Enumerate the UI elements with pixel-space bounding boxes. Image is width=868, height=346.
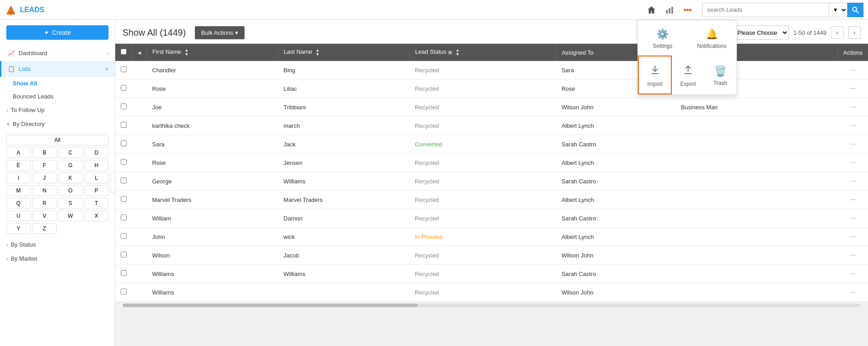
alpha-all-button[interactable]: All	[6, 135, 108, 145]
sidebar-item-lists[interactable]: 📋 Lists ∨	[0, 61, 115, 77]
row-checkbox-cell[interactable]	[115, 79, 132, 98]
row-checkbox-cell[interactable]	[115, 61, 132, 79]
alpha-h-button[interactable]: H	[85, 160, 109, 171]
import-popup-item[interactable]: Import	[638, 56, 672, 94]
sidebar-to-follow-up[interactable]: › To Follow Up	[0, 103, 115, 117]
create-button[interactable]: ✦ Create	[6, 25, 108, 40]
alpha-o-button[interactable]: O	[58, 185, 83, 196]
row-checkbox-cell[interactable]	[115, 172, 132, 191]
row-checkbox-cell[interactable]	[115, 246, 132, 265]
row-checkbox[interactable]	[121, 252, 127, 257]
sidebar-list-bounced-leads[interactable]: Bounced Leads	[0, 90, 115, 103]
alpha-x-button[interactable]: X	[85, 210, 109, 221]
sidebar-item-dashboard[interactable]: 📈 Dashboard ›	[0, 45, 115, 61]
alpha-m-button[interactable]: M	[6, 185, 31, 196]
row-checkbox[interactable]	[121, 196, 127, 202]
row-checkbox-cell[interactable]	[115, 265, 132, 283]
search-dropdown[interactable]: ▼	[829, 3, 847, 17]
alpha-v-button[interactable]: V	[33, 210, 57, 221]
alpha-n-button[interactable]: N	[33, 185, 57, 196]
trash-popup-item[interactable]: 🗑️ Trash	[704, 56, 736, 94]
row-checkbox-cell[interactable]	[115, 98, 132, 117]
alpha-r-button[interactable]: R	[33, 198, 57, 209]
row-checkbox-cell[interactable]	[115, 135, 132, 154]
row-checkbox-cell[interactable]	[115, 117, 132, 135]
row-checkbox-cell[interactable]	[115, 209, 132, 228]
row-actions-button[interactable]: ···	[847, 287, 859, 297]
row-checkbox-cell[interactable]	[115, 228, 132, 246]
row-actions-button[interactable]: ···	[847, 195, 859, 205]
choose-dropdown[interactable]: Please Choose	[731, 25, 789, 40]
title-text: Show All	[123, 28, 157, 37]
alpha-z-button[interactable]: Z	[33, 223, 57, 234]
row-last-name: Williams	[278, 172, 410, 191]
sidebar-by-market[interactable]: › By Market	[0, 252, 115, 266]
alpha-g-button[interactable]: G	[58, 160, 83, 171]
alpha-f-button[interactable]: F	[33, 160, 57, 171]
alpha-k-button[interactable]: K	[58, 173, 83, 183]
alpha-l-button[interactable]: L	[85, 173, 109, 183]
alpha-q-button[interactable]: Q	[6, 198, 31, 209]
home-icon-button[interactable]	[643, 2, 660, 18]
settings-popup-item[interactable]: ⚙️ Settings	[638, 20, 687, 56]
alpha-i-button[interactable]: I	[6, 173, 31, 183]
row-actions-button[interactable]: ···	[847, 102, 859, 112]
row-checkbox[interactable]	[121, 66, 127, 72]
sidebar-by-status[interactable]: › By Status	[0, 238, 115, 252]
bulk-actions-button[interactable]: Bulk Actions ▾	[195, 26, 245, 39]
row-actions-button[interactable]: ···	[847, 176, 859, 186]
row-actions-button[interactable]: ···	[847, 84, 859, 94]
more-icon-button[interactable]	[679, 2, 696, 18]
row-checkbox[interactable]	[121, 159, 127, 165]
alpha-j-button[interactable]: J	[33, 173, 57, 183]
export-popup-item[interactable]: Export	[672, 56, 704, 94]
alpha-a-button[interactable]: A	[6, 147, 31, 158]
row-checkbox-cell[interactable]	[115, 191, 132, 209]
row-checkbox[interactable]	[121, 140, 127, 146]
alpha-p-button[interactable]: P	[85, 185, 109, 196]
sidebar-list-show-all[interactable]: Show All	[0, 77, 115, 90]
row-checkbox-cell[interactable]	[115, 283, 132, 302]
row-checkbox[interactable]	[121, 178, 127, 183]
row-actions-button[interactable]: ···	[847, 232, 859, 242]
notifications-popup-item[interactable]: 🔔 Notifications	[687, 20, 736, 56]
row-checkbox[interactable]	[121, 289, 127, 295]
select-all-checkbox[interactable]	[121, 49, 127, 55]
alpha-w-button[interactable]: W	[58, 210, 83, 221]
alpha-s-button[interactable]: S	[58, 198, 83, 209]
sidebar-by-directory[interactable]: ∨ By Directory	[0, 117, 115, 131]
row-index-cell	[132, 246, 147, 265]
alpha-e-button[interactable]: E	[6, 160, 31, 171]
row-checkbox[interactable]	[121, 233, 127, 239]
row-actions-button[interactable]: ···	[847, 269, 859, 279]
row-checkbox[interactable]	[121, 215, 127, 220]
alpha-d-button[interactable]: D	[85, 147, 109, 158]
row-actions-button[interactable]: ···	[847, 139, 859, 149]
pagination-next-button[interactable]: ›	[848, 26, 861, 39]
alpha-t-button[interactable]: T	[85, 198, 109, 209]
alpha-c-button[interactable]: C	[58, 147, 83, 158]
row-checkbox[interactable]	[121, 122, 127, 128]
row-actions-button[interactable]: ···	[847, 213, 859, 223]
scrollbar-thumb[interactable]	[123, 304, 418, 307]
alpha-y-button[interactable]: Y	[6, 223, 31, 234]
row-checkbox[interactable]	[121, 85, 127, 91]
pagination-prev-button[interactable]: ‹	[831, 26, 844, 39]
col-first-name[interactable]: First Name ▲▼	[147, 44, 278, 61]
row-actions-button[interactable]: ···	[847, 65, 859, 75]
row-checkbox-cell[interactable]	[115, 154, 132, 172]
search-input[interactable]	[702, 3, 829, 17]
sidebar-collapse-button[interactable]: ‹	[110, 173, 115, 193]
row-actions-button[interactable]: ···	[847, 250, 859, 260]
row-checkbox[interactable]	[121, 270, 127, 276]
row-actions-button[interactable]: ···	[847, 121, 859, 131]
chart-icon-button[interactable]	[661, 2, 678, 18]
horizontal-scrollbar[interactable]	[123, 304, 861, 307]
row-checkbox[interactable]	[121, 103, 127, 109]
col-lead-status[interactable]: Lead Status ▣ ▲▼	[410, 44, 556, 61]
alpha-u-button[interactable]: U	[6, 210, 31, 221]
search-button[interactable]	[847, 3, 863, 17]
alpha-b-button[interactable]: B	[33, 147, 57, 158]
row-actions-button[interactable]: ···	[847, 158, 859, 168]
col-last-name[interactable]: Last Name ▲▼	[278, 44, 410, 61]
